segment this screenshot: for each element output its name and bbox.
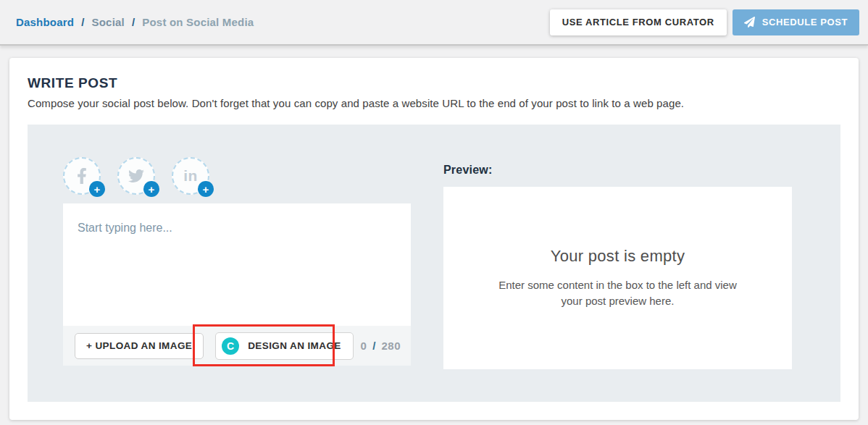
channel-twitter[interactable]: + [117, 157, 155, 195]
write-post-card: WRITE POST Compose your social post belo… [9, 58, 859, 420]
curator-c-icon: C [222, 337, 239, 355]
upload-image-button[interactable]: + UPLOAD AN IMAGE [75, 333, 204, 359]
design-image-button[interactable]: C DESIGN AN IMAGE [215, 332, 354, 360]
breadcrumb: Dashboard / Social / Post on Social Medi… [16, 16, 254, 28]
preview-box: Your post is empty Enter some content in… [443, 187, 792, 369]
design-image-label: DESIGN AN IMAGE [248, 340, 341, 351]
breadcrumb-separator: / [81, 16, 84, 28]
breadcrumb-social[interactable]: Social [92, 16, 125, 28]
facebook-icon [74, 168, 90, 184]
channel-selector: + + in + [63, 157, 209, 195]
breadcrumb-dashboard[interactable]: Dashboard [16, 16, 74, 28]
breadcrumb-current-page: Post on Social Media [142, 16, 254, 28]
top-header: Dashboard / Social / Post on Social Medi… [0, 0, 868, 46]
character-limit: 280 [381, 340, 401, 352]
character-counter: 0 / 280 [361, 340, 401, 352]
composer-panel: + + in + + UPLOAD AN IMAGE C DESIGN AN I… [28, 125, 840, 402]
preview-empty-message: Enter some content in the box to the lef… [498, 277, 738, 310]
linkedin-icon: in [183, 167, 198, 185]
channel-linkedin[interactable]: in + [172, 157, 209, 195]
add-facebook-plus-icon: + [89, 181, 105, 197]
schedule-post-label: SCHEDULE POST [762, 17, 848, 28]
post-text-input[interactable] [63, 203, 411, 326]
add-linkedin-plus-icon: + [198, 181, 214, 197]
composer-toolbar: + UPLOAD AN IMAGE C DESIGN AN IMAGE 0 / … [63, 326, 411, 366]
character-counter-separator: / [370, 340, 378, 352]
preview-label: Preview: [443, 164, 492, 177]
character-count: 0 [361, 340, 367, 352]
add-twitter-plus-icon: + [143, 181, 159, 197]
twitter-icon [128, 168, 144, 184]
send-icon [744, 17, 755, 28]
page-subtitle: Compose your social post below. Don't fo… [28, 97, 684, 109]
preview-empty-title: Your post is empty [551, 247, 685, 266]
header-actions: USE ARTICLE FROM CURATOR SCHEDULE POST [550, 9, 859, 35]
use-article-from-curator-button[interactable]: USE ARTICLE FROM CURATOR [550, 9, 727, 35]
breadcrumb-separator: / [132, 16, 135, 28]
schedule-post-button[interactable]: SCHEDULE POST [733, 9, 859, 35]
channel-facebook[interactable]: + [63, 157, 101, 195]
page-title: WRITE POST [28, 75, 117, 91]
